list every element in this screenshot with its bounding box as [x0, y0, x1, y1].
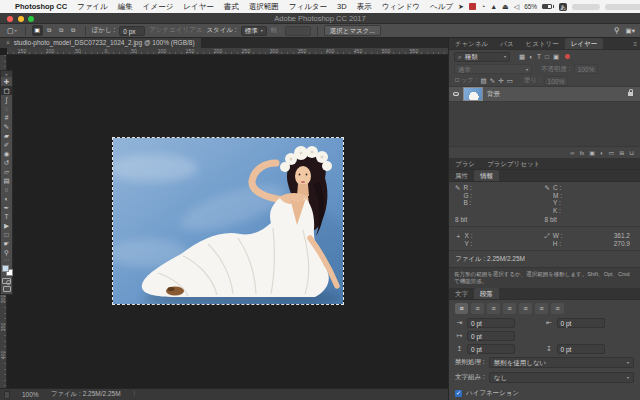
space-after-input[interactable]: 0 pt: [557, 344, 605, 354]
delete-layer-icon[interactable]: ⊔: [629, 149, 634, 156]
panel-menu-icon[interactable]: ≡: [633, 41, 637, 47]
search-icon[interactable]: ⚲: [614, 26, 620, 35]
menu-item[interactable]: 編集: [113, 2, 138, 12]
new-adjustment-layer-icon[interactable]: ◐: [600, 150, 604, 156]
select-and-mask-button[interactable]: 選択とマスク...: [324, 25, 381, 36]
dodge-tool-icon[interactable]: ◐: [1, 194, 12, 203]
tab-brush[interactable]: ブラシ: [449, 158, 481, 169]
layer-effects-icon[interactable]: fx: [580, 150, 585, 156]
input-source-icon[interactable]: あ: [559, 3, 567, 11]
menu-item[interactable]: 表示: [352, 2, 377, 12]
workspace-switcher-icon[interactable]: ▣▾: [626, 27, 635, 35]
brush-tool-icon[interactable]: ✐: [1, 140, 12, 149]
lock-artboard-icon[interactable]: ▭: [507, 77, 513, 85]
crop-tool-icon[interactable]: #: [1, 113, 12, 122]
justify-last-right-button[interactable]: ≡: [535, 303, 548, 314]
shape-tool-icon[interactable]: □: [1, 230, 12, 239]
minimize-window-button[interactable]: [18, 16, 24, 22]
history-brush-tool-icon[interactable]: ↺: [1, 158, 12, 167]
first-line-indent-input[interactable]: 0 pt: [467, 331, 515, 341]
document-tab[interactable]: × studio-photo_model_DSC07232_1024_2.jpg…: [0, 38, 201, 48]
rectangular-marquee-tool-icon[interactable]: ▢: [1, 86, 12, 95]
clone-stamp-tool-icon[interactable]: ◉: [1, 149, 12, 158]
filter-shape-layers-icon[interactable]: □: [545, 53, 549, 61]
wifi-icon[interactable]: ▲: [490, 0, 497, 13]
move-tool-icon[interactable]: ✚: [1, 77, 12, 86]
tab-paths[interactable]: パス: [494, 38, 519, 49]
menu-item[interactable]: レイヤー: [178, 2, 219, 12]
justify-last-left-button[interactable]: ≡: [503, 303, 516, 314]
menu-item[interactable]: フィルター: [284, 2, 332, 12]
menu-item[interactable]: ファイル: [72, 2, 113, 12]
healing-brush-tool-icon[interactable]: ▰: [1, 131, 12, 140]
mojikumi-select[interactable]: なし▾: [489, 372, 634, 383]
filter-pixel-layers-icon[interactable]: ▦: [519, 53, 525, 61]
feather-input[interactable]: 0 px: [119, 26, 145, 36]
type-tool-icon[interactable]: T: [1, 212, 12, 221]
indent-left-input[interactable]: 0 pt: [467, 318, 515, 328]
current-tool-preset[interactable]: ▢ ▾: [5, 27, 19, 35]
lock-transparency-icon[interactable]: ▨: [481, 77, 487, 85]
eyedropper-tool-icon[interactable]: ✎: [1, 122, 12, 131]
status-options-arrow[interactable]: 〉: [133, 390, 140, 399]
tab-brush-presets[interactable]: ブラシプリセット: [481, 158, 546, 169]
tab-layers[interactable]: レイヤー: [565, 38, 603, 49]
intersect-selection-button[interactable]: ⧉: [68, 25, 79, 36]
volume-icon[interactable]: ◁: [514, 0, 519, 13]
background-layer-row[interactable]: 背景: [449, 86, 640, 102]
eraser-tool-icon[interactable]: ▱: [1, 167, 12, 176]
blur-tool-icon[interactable]: ○: [1, 185, 12, 194]
menu-item[interactable]: 書式: [219, 2, 244, 12]
add-layer-mask-icon[interactable]: ▣: [589, 149, 595, 156]
justify-all-button[interactable]: ≡: [551, 303, 564, 314]
quick-selection-tool-icon[interactable]: ◌: [1, 104, 12, 113]
filter-adjustment-layers-icon[interactable]: ◐: [529, 53, 533, 61]
eject-icon[interactable]: ⏏: [502, 0, 509, 13]
tab-paragraph[interactable]: 段落: [474, 288, 499, 299]
justify-last-center-button[interactable]: ≡: [519, 303, 532, 314]
edit-toolbar-icon[interactable]: ⋯: [1, 257, 12, 263]
path-selection-tool-icon[interactable]: ▶: [1, 221, 12, 230]
align-right-button[interactable]: ≡: [487, 303, 500, 314]
zoom-tool-icon[interactable]: ⚲: [1, 248, 12, 257]
tab-info[interactable]: 情報: [474, 170, 499, 181]
lock-position-icon[interactable]: ✛: [498, 77, 503, 85]
app-tray-icon[interactable]: [469, 3, 476, 10]
space-before-input[interactable]: 0 pt: [467, 344, 515, 354]
close-window-button[interactable]: [7, 16, 13, 22]
menu-item[interactable]: イメージ: [138, 2, 179, 12]
tab-history[interactable]: ヒストリー: [520, 38, 565, 49]
foreground-color-swatch[interactable]: [2, 265, 9, 272]
link-layers-icon[interactable]: ∞: [570, 150, 574, 156]
lasso-tool-icon[interactable]: ʃ: [1, 95, 12, 104]
layer-thumbnail[interactable]: [463, 87, 483, 101]
lock-pixels-icon[interactable]: ✎: [490, 77, 495, 85]
menu-item[interactable]: Photoshop CC: [10, 2, 72, 12]
style-select[interactable]: 標準▾: [241, 26, 267, 36]
layer-filter-select[interactable]: ⌕ 種類 ▾: [454, 52, 510, 62]
new-group-icon[interactable]: ▭: [609, 149, 615, 156]
hand-tool-icon[interactable]: ☛: [1, 239, 12, 248]
indent-right-input[interactable]: 0 pt: [557, 318, 605, 328]
layer-visibility-eye-icon[interactable]: [453, 92, 459, 96]
align-center-button[interactable]: ≡: [471, 303, 484, 314]
filter-type-layers-icon[interactable]: T: [537, 53, 541, 61]
quick-mask-mode-icon[interactable]: [2, 278, 11, 284]
tab-character[interactable]: 文字: [449, 288, 474, 299]
zoom-level[interactable]: 100%: [22, 391, 39, 398]
gradient-tool-icon[interactable]: ▤: [1, 176, 12, 185]
tab-channels[interactable]: チャンネル: [449, 38, 494, 49]
clock-tray-icon[interactable]: ◔: [481, 0, 485, 13]
screen-mode-icon[interactable]: [3, 286, 11, 292]
subtract-from-selection-button[interactable]: ⧉: [56, 25, 67, 36]
menu-item[interactable]: 選択範囲: [244, 2, 284, 12]
close-document-icon[interactable]: ×: [6, 38, 10, 48]
canvas-image[interactable]: [113, 138, 343, 304]
window-title-bar[interactable]: Adobe Photoshop CC 2017: [0, 13, 640, 24]
new-selection-button[interactable]: ▣: [32, 25, 43, 36]
menu-item[interactable]: ヘルプ: [425, 2, 458, 12]
hyphenation-checkbox[interactable]: ✓: [455, 390, 462, 397]
menu-item[interactable]: 3D: [332, 2, 352, 12]
add-to-selection-button[interactable]: ⧉: [44, 25, 55, 36]
pen-tool-icon[interactable]: ✒: [1, 203, 12, 212]
